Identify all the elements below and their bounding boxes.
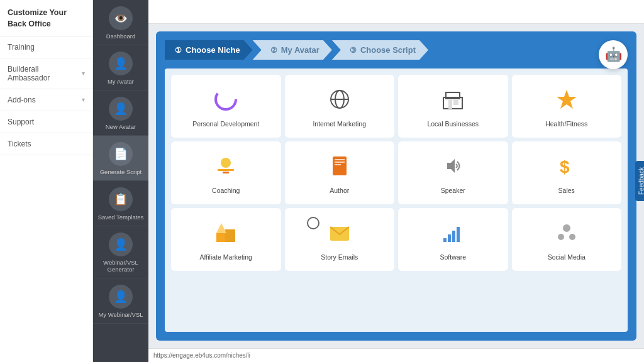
niche-label: Story Emails (321, 253, 358, 261)
sidebar-nav: TrainingBuilderall Ambassador▾Add-ons▾Su… (0, 36, 92, 155)
avatar-float-button[interactable]: 🤖 (599, 40, 628, 69)
story-emails-icon (328, 221, 352, 248)
niche-label: Speaker (441, 187, 465, 194)
sales-icon: $ (555, 154, 579, 182)
svg-rect-18 (225, 229, 235, 242)
sidebar-header: Customize Your Back Office (0, 0, 92, 36)
sidebar-item-label: Support (8, 118, 34, 126)
svg-point-9 (221, 158, 231, 168)
svg-rect-11 (223, 172, 229, 173)
icon-sidebar-item-my-webinar-vsl[interactable]: 👤My Webinar/VSL (93, 278, 148, 324)
generate-script-icon: 📄 (114, 147, 128, 161)
niche-label: Personal Development (192, 120, 259, 128)
svg-rect-7 (453, 100, 458, 105)
niche-card-software[interactable]: Software (398, 208, 508, 271)
niche-label: Coaching (212, 187, 240, 194)
icon-sidebar-item-webinar-vsl-generator[interactable]: 👤Webinar/VSL Generator (93, 226, 148, 278)
icon-circle: 👤 (109, 97, 133, 121)
svg-rect-14 (335, 162, 345, 163)
speaker-icon (441, 154, 465, 182)
status-url: https://engage.eb4us.com/niches/li (153, 352, 250, 359)
internet-marketing-icon (328, 87, 352, 115)
icon-label: My Webinar/VSL (98, 311, 143, 318)
blue-frame: 🤖 ①Choose Niche②My Avatar③Choose Script … (156, 31, 636, 341)
niche-grid: Personal DevelopmentInternet MarketingLo… (167, 71, 625, 275)
icon-label: Webinar/VSL Generator (96, 259, 145, 273)
my-avatar-icon: 👤 (114, 57, 128, 70)
robot-icon: 🤖 (605, 47, 622, 63)
step-number: ② (270, 46, 277, 55)
niche-label: Local Businesses (427, 120, 479, 128)
icon-sidebar-item-saved-templates[interactable]: 📋Saved Templates (93, 181, 148, 226)
niche-card-speaker[interactable]: Speaker (398, 141, 508, 204)
step-number: ③ (350, 46, 357, 55)
step-label: Choose Script (360, 45, 416, 55)
icon-nav: 👁️Dashboard👤My Avatar👤New Avatar📄Generat… (93, 0, 148, 324)
wizard-step-3[interactable]: ③Choose Script (332, 40, 428, 60)
sidebar-item-support[interactable]: Support (0, 111, 92, 133)
niche-card-story-emails[interactable]: Story Emails (285, 208, 395, 271)
svg-rect-6 (448, 100, 452, 109)
icon-sidebar-item-dashboard[interactable]: 👁️Dashboard (93, 0, 148, 45)
niche-label: Internet Marketing (313, 120, 366, 128)
sidebar-item-add-ons[interactable]: Add-ons▾ (0, 89, 92, 111)
author-icon (328, 154, 352, 182)
sidebar-item-label: Builderall Ambassador (8, 65, 82, 82)
niche-label: Author (330, 187, 349, 194)
niche-card-local-businesses[interactable]: Local Businesses (398, 75, 508, 138)
feedback-button[interactable]: Feedback (636, 161, 644, 201)
wizard-steps: ①Choose Niche②My Avatar③Choose Script (165, 40, 628, 60)
webinar/vsl-generator-icon: 👤 (114, 238, 128, 251)
niche-card-sales[interactable]: $Sales (512, 141, 622, 204)
local-businesses-icon (441, 87, 465, 115)
sidebar-item-label: Training (8, 43, 35, 52)
icon-label: My Avatar (108, 78, 134, 85)
sidebar-item-tickets[interactable]: Tickets (0, 133, 92, 155)
svg-rect-13 (335, 159, 345, 160)
social-media-icon (555, 221, 579, 248)
niche-label: Sales (558, 187, 575, 194)
svg-marker-8 (557, 90, 577, 109)
sidebar-item-builderall-ambassador[interactable]: Builderall Ambassador▾ (0, 58, 92, 89)
icon-circle: 👤 (109, 285, 133, 309)
coaching-icon (214, 154, 238, 182)
svg-marker-19 (216, 223, 226, 233)
chevron-icon: ▾ (82, 96, 85, 103)
icon-sidebar: 👁️Dashboard👤My Avatar👤New Avatar📄Generat… (93, 0, 148, 362)
icon-circle: 👤 (109, 233, 133, 256)
dashboard-icon: 👁️ (114, 11, 128, 25)
software-icon (441, 221, 465, 248)
svg-point-0 (216, 89, 236, 109)
niche-label: Social Media (548, 253, 586, 261)
svg-rect-23 (452, 231, 455, 242)
niche-card-social-media[interactable]: Social Media (512, 208, 622, 271)
icon-sidebar-item-generate-script[interactable]: 📄Generate Script (93, 136, 148, 181)
svg-rect-21 (443, 238, 447, 242)
svg-rect-17 (216, 233, 226, 242)
main-content: 🤖 ①Choose Niche②My Avatar③Choose Script … (148, 0, 644, 362)
svg-rect-10 (218, 169, 234, 171)
my-webinar/vsl-icon: 👤 (114, 290, 128, 304)
svg-point-25 (563, 224, 570, 232)
sidebar-item-training[interactable]: Training (0, 36, 92, 58)
sidebar-item-label: Tickets (8, 140, 31, 148)
health-fitness-icon (555, 87, 579, 115)
niche-card-affiliate-marketing[interactable]: Affiliate Marketing (171, 208, 281, 271)
wizard-step-2[interactable]: ②My Avatar (253, 40, 332, 60)
niche-card-author[interactable]: Author (285, 141, 395, 204)
wizard-step-1[interactable]: ①Choose Niche (165, 40, 253, 60)
new-avatar-icon: 👤 (114, 102, 128, 116)
top-bar (148, 0, 644, 24)
saved-templates-icon: 📋 (114, 192, 128, 206)
niche-grid-container: Personal DevelopmentInternet MarketingLo… (165, 69, 628, 332)
icon-sidebar-item-new-avatar[interactable]: 👤New Avatar (93, 90, 148, 136)
niche-card-internet-marketing[interactable]: Internet Marketing (285, 75, 395, 138)
sidebar-item-label: Add-ons (8, 96, 36, 104)
niche-card-health-fitness[interactable]: Health/Fitness (512, 75, 622, 138)
step-label: Choose Niche (186, 45, 240, 55)
niche-card-personal-development[interactable]: Personal Development (171, 75, 281, 138)
icon-label: New Avatar (106, 123, 136, 130)
icon-sidebar-item-my-avatar[interactable]: 👤My Avatar (93, 45, 148, 90)
personal-development-icon (214, 87, 238, 115)
niche-card-coaching[interactable]: Coaching (171, 141, 281, 204)
